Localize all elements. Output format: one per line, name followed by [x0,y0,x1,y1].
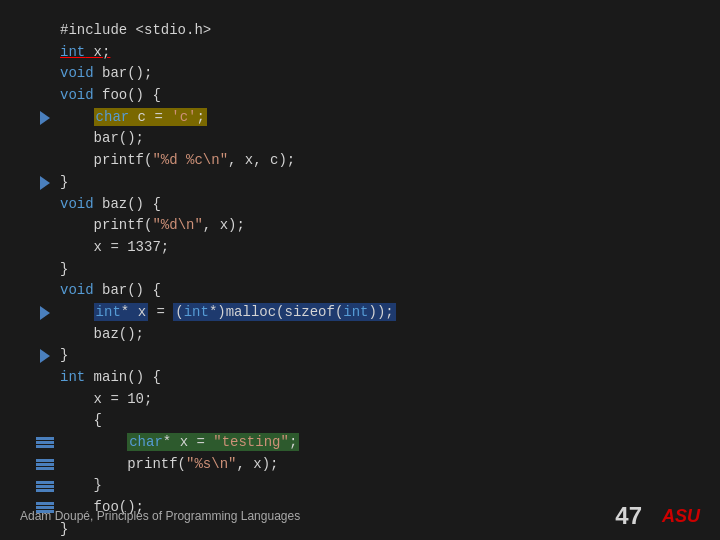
arrow-line-1 [36,437,54,440]
arrow-14 [40,306,50,320]
footer-text: Adam Doupé, Principles of Programming La… [20,509,300,523]
code-text-11: x = 1337; [60,237,690,259]
code-text-15: baz(); [60,324,690,346]
code-line-16: } [30,345,690,367]
code-line-20: char* x = "testing"; [30,432,690,454]
gutter-16 [30,349,60,363]
arrow-8 [40,176,50,190]
gutter-5 [30,111,60,125]
gutter-20 [30,437,60,448]
code-line-10: printf("%d\n", x); [30,215,690,237]
code-area: #include <stdio.h> int x; void bar(); vo… [30,20,690,540]
code-text-14: int* x = (int*)malloc(sizeof(int)); [60,302,690,324]
code-line-6: bar(); [30,128,690,150]
arrow-triple-22 [36,481,54,492]
gutter-21 [30,459,60,470]
code-line-18: x = 10; [30,389,690,411]
code-text-19: { [60,410,690,432]
arrow-line-2 [36,441,54,444]
arrow-16 [40,349,50,363]
arrow-line-9 [36,489,54,492]
code-text-6: bar(); [60,128,690,150]
page-number: 47 [615,502,642,530]
code-text-5: char c = 'c'; [60,107,690,129]
code-text-1: #include <stdio.h> [60,20,690,42]
footer: Adam Doupé, Principles of Programming La… [0,502,720,530]
code-line-19: { [30,410,690,432]
arrow-triple-20 [36,437,54,448]
code-text-13: void bar() { [60,280,690,302]
arrow-line-7 [36,481,54,484]
code-text-7: printf("%d %c\n", x, c); [60,150,690,172]
arrow-line-5 [36,463,54,466]
arrow-5 [40,111,50,125]
gutter-8 [30,176,60,190]
asu-logo: ASU [662,506,700,527]
slide: #include <stdio.h> int x; void bar(); vo… [0,0,720,540]
code-text-16: } [60,345,690,367]
code-text-10: printf("%d\n", x); [60,215,690,237]
code-text-21: printf("%s\n", x); [60,454,690,476]
code-text-4: void foo() { [60,85,690,107]
code-line-1: #include <stdio.h> [30,20,690,42]
code-text-2: int x; [60,42,690,64]
code-line-2: int x; [30,42,690,64]
code-line-12: } [30,259,690,281]
code-text-3: void bar(); [60,63,690,85]
code-line-7: printf("%d %c\n", x, c); [30,150,690,172]
arrow-line-3 [36,445,54,448]
gutter-22 [30,481,60,492]
arrow-triple-21 [36,459,54,470]
code-text-22: } [60,475,690,497]
code-line-3: void bar(); [30,63,690,85]
code-text-17: int main() { [60,367,690,389]
gutter-14 [30,306,60,320]
code-line-11: x = 1337; [30,237,690,259]
code-text-8: } [60,172,690,194]
code-line-8: } [30,172,690,194]
code-text-12: } [60,259,690,281]
code-line-14: int* x = (int*)malloc(sizeof(int)); [30,302,690,324]
code-line-9: void baz() { [30,194,690,216]
arrow-line-4 [36,459,54,462]
code-line-13: void bar() { [30,280,690,302]
arrow-line-6 [36,467,54,470]
code-line-21: printf("%s\n", x); [30,454,690,476]
code-line-17: int main() { [30,367,690,389]
code-line-22: } [30,475,690,497]
code-text-18: x = 10; [60,389,690,411]
code-line-4: void foo() { [30,85,690,107]
code-text-9: void baz() { [60,194,690,216]
arrow-line-8 [36,485,54,488]
code-line-5: char c = 'c'; [30,107,690,129]
code-text-20: char* x = "testing"; [60,432,690,454]
code-line-15: baz(); [30,324,690,346]
